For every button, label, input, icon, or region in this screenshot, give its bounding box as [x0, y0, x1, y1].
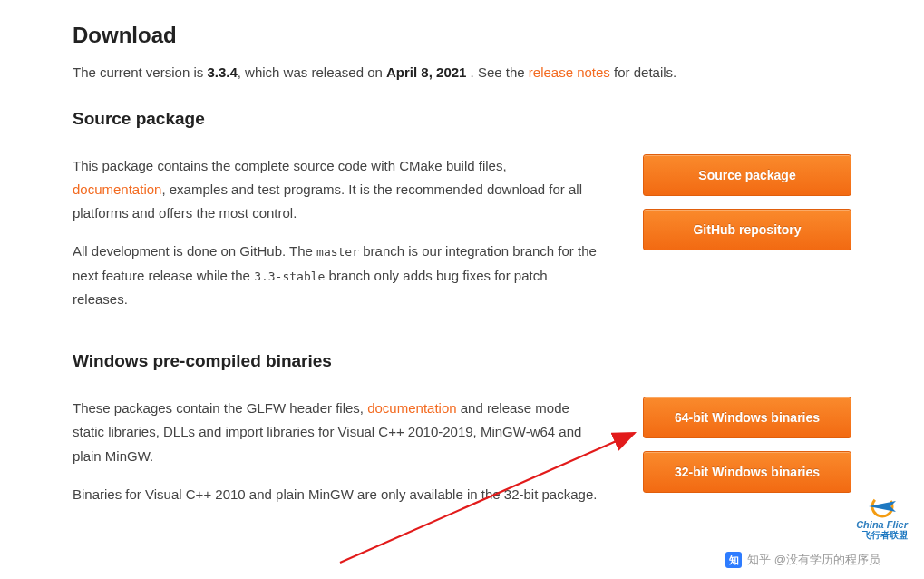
windows-paragraph-2: Binaries for Visual C++ 2010 and plain M… [73, 483, 598, 506]
windows-binaries-heading: Windows pre-compiled binaries [73, 351, 851, 371]
text: This package contains the complete sourc… [73, 158, 507, 173]
branch-stable: 3.3-stable [254, 270, 325, 283]
china-flier-subtext: 飞行者联盟 [862, 530, 908, 540]
win64-binaries-button[interactable]: 64-bit Windows binaries [643, 397, 851, 438]
zhihu-logo-icon: 知 [725, 552, 742, 568]
zhihu-watermark: 知 知乎 @没有学历的程序员 [725, 552, 880, 568]
windows-buttons-column: 64-bit Windows binaries 32-bit Windows b… [643, 397, 851, 493]
release-notes-link[interactable]: release notes [529, 64, 610, 80]
intro-text: , which was released on [238, 64, 386, 80]
intro-paragraph: The current version is 3.3.4, which was … [73, 63, 851, 83]
documentation-link[interactable]: documentation [73, 182, 161, 197]
source-text-column: This package contains the complete sourc… [73, 154, 598, 327]
source-package-button[interactable]: Source package [643, 154, 851, 196]
source-buttons-column: Source package GitHub repository [643, 154, 851, 250]
text: All development is done on GitHub. The [73, 243, 316, 259]
branch-master: master [316, 245, 359, 259]
source-paragraph-1: This package contains the complete sourc… [73, 154, 598, 226]
zhihu-watermark-text: 知乎 @没有学历的程序员 [747, 552, 880, 568]
china-flier-text: China Flier [856, 519, 908, 530]
plane-logo-icon [860, 492, 905, 519]
github-repository-button[interactable]: GitHub repository [643, 209, 851, 250]
text: These packages contain the GLFW header f… [73, 400, 367, 416]
china-flier-watermark: China Flier 飞行者联盟 [856, 492, 908, 541]
download-heading: Download [73, 23, 851, 48]
windows-text-column: These packages contain the GLFW header f… [73, 397, 598, 521]
documentation-link[interactable]: documentation [367, 400, 456, 416]
version-number: 3.3.4 [207, 64, 237, 80]
intro-text: . See the [466, 64, 528, 80]
win32-binaries-button[interactable]: 32-bit Windows binaries [643, 451, 851, 493]
intro-text: for details. [610, 64, 676, 80]
windows-paragraph-1: These packages contain the GLFW header f… [73, 397, 598, 468]
source-paragraph-2: All development is done on GitHub. The m… [73, 240, 598, 311]
intro-text: The current version is [73, 64, 207, 80]
release-date: April 8, 2021 [386, 64, 466, 80]
source-package-heading: Source package [73, 109, 851, 129]
